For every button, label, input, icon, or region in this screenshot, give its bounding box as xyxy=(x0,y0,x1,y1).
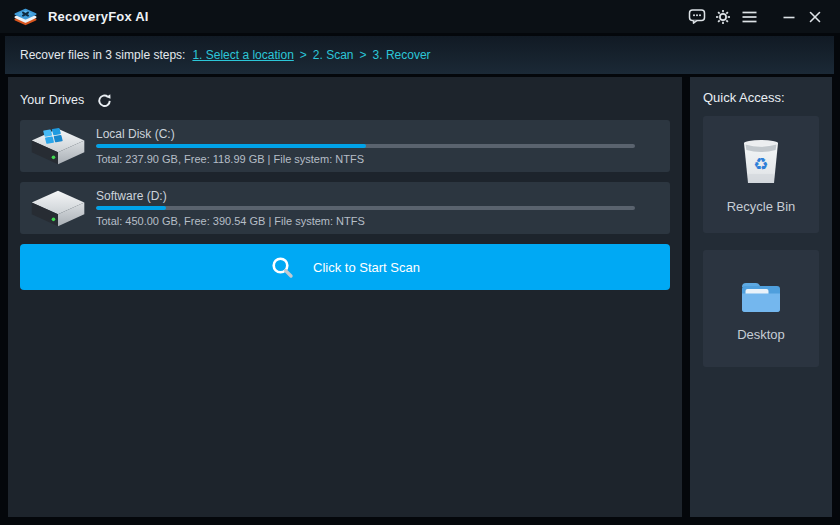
drive-usage-bar xyxy=(96,206,635,210)
drive-d-info: Software (D:) Total: 450.00 GB, Free: 39… xyxy=(96,189,670,227)
recycle-symbol-glyph: ♻ xyxy=(753,154,768,174)
drive-name: Local Disk (C:) xyxy=(96,127,635,141)
drive-usage-fill xyxy=(96,206,166,210)
close-button[interactable] xyxy=(802,4,828,30)
magnifier-icon xyxy=(270,255,294,279)
drive-c-info: Local Disk (C:) Total: 237.90 GB, Free: … xyxy=(96,127,670,165)
steps-bar: Recover files in 3 simple steps: 1. Sele… xyxy=(5,36,834,74)
step-separator: > xyxy=(360,48,367,62)
drive-row-c[interactable]: Local Disk (C:) Total: 237.90 GB, Free: … xyxy=(20,120,670,172)
drive-usage-bar xyxy=(96,144,635,148)
hard-drive-windows-icon xyxy=(29,125,87,167)
speech-bubble-icon xyxy=(688,8,706,25)
minimize-button[interactable] xyxy=(776,4,802,30)
minimize-icon xyxy=(783,11,795,23)
quick-access-desktop[interactable]: Desktop xyxy=(703,250,819,367)
step-select-location-link[interactable]: 1. Select a location xyxy=(192,48,293,62)
quick-access-recycle-bin[interactable]: ♻ Recycle Bin xyxy=(703,116,819,233)
window-controls xyxy=(684,4,828,30)
hamburger-icon xyxy=(742,11,757,23)
drive-usage-fill xyxy=(96,144,366,148)
app-logo-icon xyxy=(14,5,37,28)
drive-details: Total: 450.00 GB, Free: 390.54 GB | File… xyxy=(96,215,635,227)
hard-drive-icon xyxy=(29,187,87,229)
app-title: RecoveryFox AI xyxy=(48,9,149,24)
step-recover-label: 3. Recover xyxy=(373,48,431,62)
gear-icon xyxy=(715,9,731,25)
main-panel: Your Drives xyxy=(8,77,682,517)
drives-section-title: Your Drives xyxy=(20,93,84,107)
menu-button[interactable] xyxy=(736,4,762,30)
quick-access-title: Quick Access: xyxy=(690,77,832,116)
title-bar: RecoveryFox AI xyxy=(0,0,840,33)
recycle-bin-icon: ♻ xyxy=(739,136,783,188)
step-separator: > xyxy=(300,48,307,62)
step-scan-label: 2. Scan xyxy=(313,48,354,62)
quick-access-panel: Quick Access: ♻ Recycle Bin xyxy=(690,77,832,517)
refresh-icon xyxy=(97,93,112,108)
drive-name: Software (D:) xyxy=(96,189,635,203)
drives-header: Your Drives xyxy=(8,77,682,120)
drive-d-icon xyxy=(20,187,96,229)
drive-row-d[interactable]: Software (D:) Total: 450.00 GB, Free: 39… xyxy=(20,182,670,234)
drive-c-icon xyxy=(20,125,96,167)
steps-prefix: Recover files in 3 simple steps: xyxy=(20,48,185,62)
settings-button[interactable] xyxy=(710,4,736,30)
drive-details: Total: 237.90 GB, Free: 118.99 GB | File… xyxy=(96,153,635,165)
quick-card-label: Desktop xyxy=(737,327,785,342)
app-window: RecoveryFox AI xyxy=(0,0,840,525)
desktop-folder-icon xyxy=(737,276,785,316)
close-icon xyxy=(809,11,821,23)
feedback-button[interactable] xyxy=(684,4,710,30)
start-scan-label: Click to Start Scan xyxy=(313,260,420,275)
start-scan-button[interactable]: Click to Start Scan xyxy=(20,244,670,290)
refresh-drives-button[interactable] xyxy=(95,91,113,109)
quick-card-label: Recycle Bin xyxy=(727,199,796,214)
